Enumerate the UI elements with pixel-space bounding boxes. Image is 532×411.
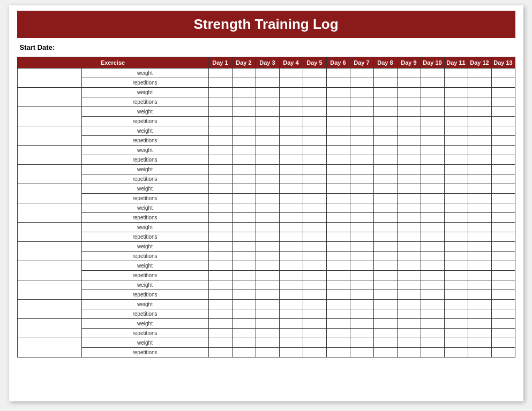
exercise-name-10[interactable] (17, 261, 81, 280)
rep-day13-row10[interactable] (491, 271, 515, 280)
weight-day7-row6[interactable] (350, 184, 373, 194)
rep-day1-row12[interactable] (208, 309, 232, 319)
rep-day9-row4[interactable] (397, 155, 421, 165)
weight-day11-row5[interactable] (444, 165, 468, 174)
weight-day6-row1[interactable] (326, 88, 350, 97)
weight-day5-row10[interactable] (303, 261, 326, 271)
rep-day12-row14[interactable] (468, 348, 491, 357)
weight-day8-row12[interactable] (373, 300, 397, 309)
weight-day7-row3[interactable] (350, 126, 373, 136)
rep-day6-row6[interactable] (326, 194, 350, 203)
weight-day1-row12[interactable] (208, 300, 232, 309)
rep-day10-row6[interactable] (421, 194, 444, 203)
rep-day8-row14[interactable] (373, 348, 397, 357)
weight-day5-row8[interactable] (303, 223, 326, 232)
rep-day9-row2[interactable] (397, 117, 421, 126)
rep-day7-row12[interactable] (350, 309, 373, 319)
rep-day13-row9[interactable] (491, 252, 515, 261)
weight-day12-row12[interactable] (468, 300, 491, 309)
rep-day8-row8[interactable] (373, 232, 397, 242)
weight-day1-row11[interactable] (208, 280, 232, 290)
weight-day1-row5[interactable] (208, 165, 232, 174)
weight-day1-row7[interactable] (208, 203, 232, 213)
weight-day5-row14[interactable] (303, 338, 326, 348)
rep-day8-row10[interactable] (373, 271, 397, 280)
rep-day4-row3[interactable] (279, 136, 303, 146)
rep-day2-row13[interactable] (232, 329, 256, 338)
exercise-name-12[interactable] (17, 300, 81, 319)
rep-day1-row4[interactable] (208, 155, 232, 165)
weight-day9-row0[interactable] (397, 68, 421, 78)
weight-day5-row5[interactable] (303, 165, 326, 174)
rep-day13-row3[interactable] (491, 136, 515, 146)
weight-day12-row4[interactable] (468, 146, 491, 155)
weight-day7-row12[interactable] (350, 300, 373, 309)
weight-day2-row12[interactable] (232, 300, 256, 309)
weight-day2-row3[interactable] (232, 126, 256, 136)
rep-day3-row13[interactable] (256, 329, 279, 338)
rep-day5-row7[interactable] (303, 213, 326, 223)
weight-day1-row0[interactable] (208, 68, 232, 78)
weight-day11-row0[interactable] (444, 68, 468, 78)
weight-day11-row8[interactable] (444, 223, 468, 232)
rep-day9-row9[interactable] (397, 252, 421, 261)
weight-day3-row11[interactable] (256, 280, 279, 290)
rep-day3-row1[interactable] (256, 97, 279, 107)
rep-day5-row2[interactable] (303, 117, 326, 126)
rep-day5-row10[interactable] (303, 271, 326, 280)
rep-day12-row1[interactable] (468, 97, 491, 107)
rep-day12-row2[interactable] (468, 117, 491, 126)
rep-day1-row3[interactable] (208, 136, 232, 146)
rep-day7-row5[interactable] (350, 174, 373, 184)
rep-day3-row3[interactable] (256, 136, 279, 146)
weight-day12-row9[interactable] (468, 242, 491, 252)
weight-day2-row1[interactable] (232, 88, 256, 97)
weight-day1-row3[interactable] (208, 126, 232, 136)
weight-day4-row8[interactable] (279, 223, 303, 232)
rep-day5-row4[interactable] (303, 155, 326, 165)
weight-day3-row4[interactable] (256, 146, 279, 155)
rep-day12-row10[interactable] (468, 271, 491, 280)
weight-day6-row13[interactable] (326, 319, 350, 329)
rep-day2-row10[interactable] (232, 271, 256, 280)
weight-day9-row5[interactable] (397, 165, 421, 174)
rep-day5-row0[interactable] (303, 78, 326, 88)
weight-day1-row8[interactable] (208, 223, 232, 232)
rep-day2-row4[interactable] (232, 155, 256, 165)
weight-day8-row9[interactable] (373, 242, 397, 252)
rep-day10-row14[interactable] (421, 348, 444, 357)
rep-day7-row11[interactable] (350, 290, 373, 300)
rep-day6-row9[interactable] (326, 252, 350, 261)
rep-day9-row13[interactable] (397, 329, 421, 338)
weight-day11-row4[interactable] (444, 146, 468, 155)
weight-day8-row13[interactable] (373, 319, 397, 329)
weight-day8-row5[interactable] (373, 165, 397, 174)
weight-day7-row9[interactable] (350, 242, 373, 252)
rep-day3-row12[interactable] (256, 309, 279, 319)
weight-day13-row11[interactable] (491, 280, 515, 290)
weight-day2-row7[interactable] (232, 203, 256, 213)
rep-day5-row8[interactable] (303, 232, 326, 242)
weight-day9-row2[interactable] (397, 107, 421, 117)
rep-day3-row14[interactable] (256, 348, 279, 357)
rep-day7-row1[interactable] (350, 97, 373, 107)
rep-day9-row12[interactable] (397, 309, 421, 319)
weight-day1-row10[interactable] (208, 261, 232, 271)
weight-day1-row13[interactable] (208, 319, 232, 329)
weight-day8-row14[interactable] (373, 338, 397, 348)
rep-day5-row6[interactable] (303, 194, 326, 203)
rep-day9-row11[interactable] (397, 290, 421, 300)
weight-day3-row6[interactable] (256, 184, 279, 194)
weight-day3-row13[interactable] (256, 319, 279, 329)
exercise-name-1[interactable] (17, 88, 81, 107)
rep-day1-row9[interactable] (208, 252, 232, 261)
rep-day8-row1[interactable] (373, 97, 397, 107)
rep-day6-row7[interactable] (326, 213, 350, 223)
weight-day12-row6[interactable] (468, 184, 491, 194)
weight-day11-row1[interactable] (444, 88, 468, 97)
weight-day11-row2[interactable] (444, 107, 468, 117)
rep-day10-row7[interactable] (421, 213, 444, 223)
weight-day6-row4[interactable] (326, 146, 350, 155)
weight-day13-row5[interactable] (491, 165, 515, 174)
weight-day9-row12[interactable] (397, 300, 421, 309)
